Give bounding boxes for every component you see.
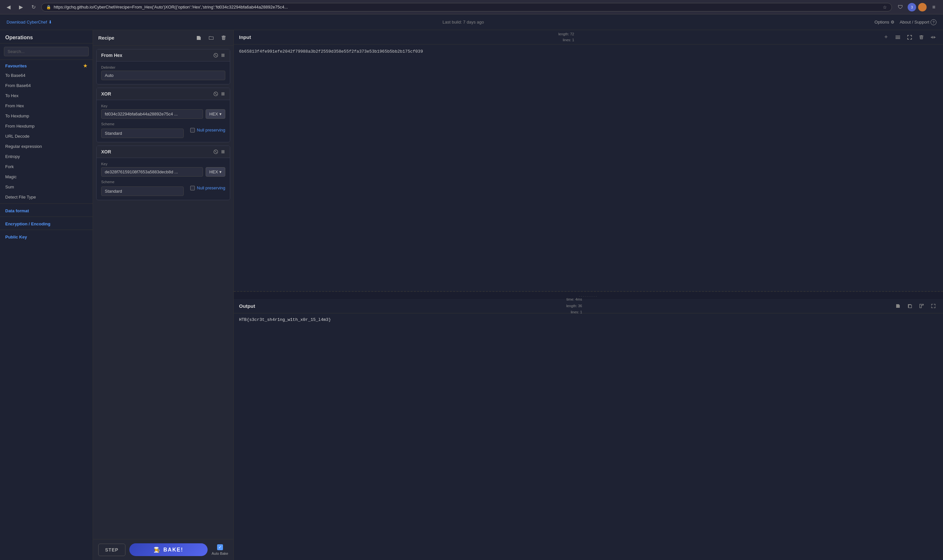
add-icon: +: [884, 34, 888, 40]
sidebar-item-entropy[interactable]: Entropy: [0, 151, 93, 162]
sidebar-item-label: From Hex: [5, 103, 24, 108]
xor-2-key-type-dropdown[interactable]: HEX ▾: [205, 167, 225, 177]
sidebar-item-from-hex[interactable]: From Hex: [0, 101, 93, 111]
input-textarea[interactable]: 6b65813f4fe991efe2042f79988a3b2f2559d358…: [234, 45, 943, 291]
sidebar-item-fork[interactable]: Fork: [0, 162, 93, 172]
sidebar-item-to-hex[interactable]: To Hex: [0, 91, 93, 101]
recipe-panel: Recipe From Hex: [93, 30, 234, 560]
xor-1-key-type-dropdown[interactable]: HEX ▾: [205, 109, 225, 119]
output-actions: [893, 302, 938, 311]
output-expand-button[interactable]: [929, 302, 938, 311]
clear-recipe-button[interactable]: [219, 33, 228, 43]
input-tabs-button[interactable]: [893, 33, 902, 42]
output-new-window-button[interactable]: [917, 302, 926, 311]
input-trash-button[interactable]: [917, 33, 926, 42]
search-input[interactable]: [4, 47, 89, 56]
profile-avatar-orange[interactable]: [918, 3, 927, 11]
sidebar-item-label: Detect File Type: [5, 195, 36, 200]
address-bar[interactable]: 🔒 https://gchq.github.io/CyberChef/#reci…: [41, 3, 892, 11]
sidebar-item-label: To Hex: [5, 93, 19, 98]
sidebar-category-enc-encoding[interactable]: Encryption / Encoding: [0, 218, 93, 228]
sidebar-item-to-hexdump[interactable]: To Hexdump: [0, 111, 93, 121]
sidebar: Operations Favourites ★ To Base64 From B…: [0, 30, 93, 560]
svg-rect-7: [223, 92, 224, 95]
sidebar-item-sum[interactable]: Sum: [0, 182, 93, 192]
xor-2-scheme-col: Scheme: [101, 180, 184, 196]
recipe-content: From Hex Delimiter: [93, 46, 233, 539]
xor-2-key-input-wrap: [101, 167, 203, 177]
shield-button[interactable]: 🛡: [895, 2, 906, 12]
xor-1-key-type-chevron: ▾: [219, 112, 222, 117]
sidebar-item-label: To Base64: [5, 73, 25, 78]
menu-button[interactable]: ≡: [929, 2, 939, 12]
xor-2-key-label: Key: [101, 162, 225, 166]
xor-2-key-type-label: HEX: [209, 169, 218, 174]
xor-2-key-input[interactable]: [101, 167, 203, 177]
delimiter-input[interactable]: [101, 71, 225, 80]
xor-1-pause-button[interactable]: [221, 92, 225, 96]
profile-avatar-blue[interactable]: 3: [908, 3, 916, 11]
xor-2-disable-button[interactable]: [213, 149, 218, 154]
load-recipe-button[interactable]: [207, 33, 216, 43]
sidebar-item-regex[interactable]: Regular expression: [0, 141, 93, 151]
xor-1-key-input[interactable]: [101, 109, 203, 119]
xor-1-disable-button[interactable]: [213, 92, 218, 96]
about-link[interactable]: About / Support ?: [900, 19, 937, 25]
output-length-value: 36: [578, 304, 582, 308]
sidebar-item-label: URL Decode: [5, 134, 29, 139]
data-format-label: Data format: [5, 208, 29, 213]
xor-2-scheme-label: Scheme: [101, 180, 184, 184]
svg-rect-6: [222, 92, 223, 95]
sidebar-header: Operations: [0, 30, 93, 43]
xor-2-scheme-input[interactable]: [101, 186, 184, 196]
from-hex-pause-button[interactable]: [221, 53, 225, 58]
step-button[interactable]: STEP: [98, 544, 125, 556]
sidebar-item-to-base64[interactable]: To Base64: [0, 70, 93, 80]
sidebar-item-magic[interactable]: Magic: [0, 172, 93, 182]
recipe-actions: [194, 33, 228, 43]
auto-bake-checkbox[interactable]: ✓: [217, 544, 223, 550]
options-link[interactable]: Options ⚙: [875, 20, 895, 25]
refresh-button[interactable]: ↻: [29, 3, 38, 12]
bookmark-icon[interactable]: ☆: [883, 5, 887, 10]
sidebar-category-data-format[interactable]: Data format: [0, 205, 93, 215]
save-recipe-button[interactable]: [194, 33, 203, 43]
from-hex-disable-button[interactable]: [213, 53, 218, 58]
xor-1-null-preserving-checkbox[interactable]: [190, 128, 195, 132]
back-button[interactable]: ◀: [4, 3, 13, 12]
xor-2-null-preserving-checkbox[interactable]: [190, 186, 195, 190]
lock-icon: 🔒: [46, 5, 51, 9]
xor-2-title: XOR: [101, 149, 111, 154]
input-fullwidth-button[interactable]: [929, 33, 938, 42]
options-label: Options: [875, 20, 889, 25]
profile-badge: 3: [911, 5, 913, 9]
sidebar-category-favourites[interactable]: Favourites ★: [0, 60, 93, 70]
bake-button[interactable]: 🧑‍🍳 BAKE!: [129, 543, 208, 556]
input-add-button[interactable]: +: [881, 33, 891, 42]
sidebar-item-from-hexdump[interactable]: From Hexdump: [0, 121, 93, 131]
sidebar-item-url-decode[interactable]: URL Decode: [0, 131, 93, 141]
download-link[interactable]: Download CyberChef ⬇: [6, 20, 52, 25]
xor-2-scheme-row: Scheme Null preserving: [101, 180, 225, 196]
xor-1-scheme-input[interactable]: [101, 129, 184, 138]
xor-2-null-preserving: Null preserving: [190, 185, 225, 190]
output-section: Output time: 4ms length: 36 lines: 1: [234, 299, 943, 560]
output-copy-button[interactable]: [905, 302, 914, 311]
xor-2-pause-button[interactable]: [221, 149, 225, 154]
xor-1-key-row: HEX ▾: [101, 109, 225, 119]
sidebar-item-detect-file-type[interactable]: Detect File Type: [0, 192, 93, 202]
sidebar-item-from-base64[interactable]: From Base64: [0, 80, 93, 91]
xor-1-scheme-col: Scheme: [101, 122, 184, 138]
input-maximize-button[interactable]: [905, 33, 914, 42]
output-save-button[interactable]: [893, 302, 902, 311]
operations-title: Operations: [5, 35, 33, 40]
svg-rect-13: [895, 37, 900, 38]
svg-rect-12: [895, 35, 900, 36]
sidebar-category-pub-key[interactable]: Public Key: [0, 231, 93, 242]
app-header: Download CyberChef ⬇ Last build: 7 days …: [0, 14, 943, 30]
xor-1-title: XOR: [101, 91, 111, 97]
xor-2-header: XOR: [97, 146, 230, 158]
auto-bake-col: ✓ Auto Bake: [211, 544, 228, 555]
forward-button[interactable]: ▶: [16, 3, 26, 12]
pub-key-label: Public Key: [5, 235, 27, 240]
